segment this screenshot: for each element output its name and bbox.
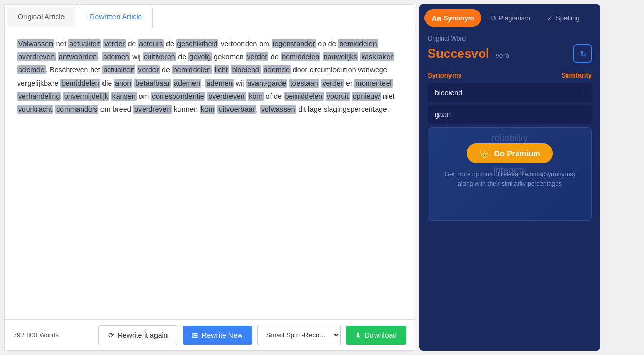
spin-mode-select[interactable]: Smart Spin -Reco... [257,325,341,345]
word-highlight[interactable]: betaalbaar [134,79,171,88]
word-highlight[interactable]: onvermijdelijk [63,92,109,101]
word-highlight[interactable]: overdreven [133,105,172,114]
word-highlight[interactable]: overdreven [207,92,246,101]
right-panel: Aa Synonym ⧉ Plagiarism ✓ Spelling Origi… [419,4,600,351]
synonym-row-1[interactable]: gaan - [428,105,592,124]
spelling-icon: ✓ [547,14,553,22]
premium-description: Get more options of relevant words(Synon… [439,170,581,188]
tool-tab-spelling-label: Spelling [556,14,579,22]
word-highlight[interactable]: ademen [102,52,131,61]
rewrite-new-button[interactable]: ⊞ Rewrite New [183,326,252,345]
word-highlight[interactable]: gevolg [188,52,212,61]
go-premium-label: Go Premium [494,149,540,158]
synonym-similarity-1: - [582,110,585,119]
tab-original[interactable]: Original Article [7,7,75,27]
tool-tab-plagiarism[interactable]: ⧉ Plagiarism [483,9,537,27]
left-panel: Original Article Rewritten Article Volwa… [4,4,415,351]
tool-tab-bar: Aa Synonym ⧉ Plagiarism ✓ Spelling [419,4,600,27]
word-highlight[interactable]: bloeiend [231,65,261,74]
similarity-col-label: Similarity [561,71,592,79]
word-highlight[interactable]: uitvoerbaar [217,105,256,114]
bottom-bar: 79 / 800 Words ⟳ Rewrite it again ⊞ Rewr… [5,319,415,350]
word-highlight[interactable]: acteurs [138,39,164,48]
word-count: 79 / 800 Words [13,331,93,339]
word-highlight[interactable]: cultiveren [143,52,176,61]
word-highlight[interactable]: momenteel [354,79,392,88]
word-highlight[interactable]: geschiktheid [176,39,219,48]
word-highlight[interactable]: verder [137,65,160,74]
word-highlight[interactable]: verder [246,52,269,61]
word-highlight[interactable]: anon [114,79,132,88]
tool-tab-synonym-label: Synonym [444,14,474,22]
original-word-row: Succesvol verb ↻ [428,44,592,63]
rewrite-new-icon: ⊞ [192,331,198,339]
word-highlight[interactable]: licht [214,65,229,74]
original-word-label: Original Word [428,35,592,42]
word-highlight[interactable]: actualiteit [102,65,135,74]
tab-rewritten[interactable]: Rewritten Article [79,7,153,27]
rewrite-again-label: Rewrite it again [118,331,168,339]
download-button[interactable]: ⬇ Download [346,326,406,345]
synonym-word-1: gaan [435,110,451,119]
word-highlight[interactable]: bemiddelen [281,52,320,61]
word-highlight[interactable]: avant-garde [246,79,287,88]
synonym-content: Original Word Succesvol verb ↻ Synonyms … [419,27,600,351]
synonym-similarity-0: - [582,88,585,97]
original-word-pos: verb [496,52,509,59]
synonyms-col-label: Synonyms [428,71,462,79]
synonym-row-0[interactable]: bloeiend - [428,83,592,102]
word-highlight[interactable]: toestaan [289,79,319,88]
word-highlight[interactable]: bemiddelen [284,92,324,101]
blurred-word-0: reliability [435,133,584,144]
word-highlight[interactable]: tegenstander [272,39,316,48]
go-premium-button[interactable]: 👑 Go Premium [467,143,552,163]
word-highlight[interactable]: kaskraker [360,52,394,61]
tool-tab-spelling[interactable]: ✓ Spelling [539,9,587,27]
synonym-icon: Aa [432,14,441,22]
word-highlight[interactable]: verder [103,39,126,48]
word-highlight[interactable]: bemiddelen [60,79,100,88]
plagiarism-icon: ⧉ [491,14,496,22]
synonym-word-0: bloeiend [435,88,462,97]
rewrite-again-button[interactable]: ⟳ Rewrite it again [98,325,178,345]
word-highlight[interactable]: correspondentie [151,92,205,101]
premium-box: reliability dependable integrity 👑 Go Pr… [428,127,592,221]
word-highlight[interactable]: ademen [173,79,201,88]
rewrite-new-label: Rewrite New [201,331,242,339]
word-highlight[interactable]: ademde [263,65,291,74]
download-icon: ⬇ [355,331,362,339]
word-highlight[interactable]: vooruit [326,92,350,101]
word-highlight[interactable]: kom [248,92,263,101]
word-highlight[interactable]: nauwelijks [323,52,358,61]
word-highlight[interactable]: ademde [17,65,46,74]
tab-bar: Original Article Rewritten Article [5,5,415,27]
download-label: Download [365,331,397,339]
word-highlight[interactable]: opnieuw [352,92,381,101]
word-highlight[interactable]: overdreven [17,52,56,61]
rewrite-again-icon: ⟳ [108,331,114,339]
word-highlight[interactable]: ademen [205,79,234,88]
refresh-synonyms-button[interactable]: ↻ [573,44,592,63]
word-highlight[interactable]: Volwassen [17,39,54,48]
original-word-display: Succesvol verb [428,46,509,61]
synonyms-header: Synonyms Similarity [428,71,592,79]
tool-tab-plagiarism-label: Plagiarism [498,14,530,22]
word-highlight[interactable]: bemiddelen [172,65,212,74]
article-content: Volwassen het actualiteit verder de acte… [5,27,415,319]
word-highlight[interactable]: kom [200,105,215,114]
word-highlight[interactable]: volwassen [260,105,296,114]
word-highlight[interactable]: bemiddelen [338,39,378,48]
crown-icon: 👑 [479,148,490,158]
word-highlight[interactable]: verhandeling [17,92,61,101]
word-highlight[interactable]: commando's [55,105,98,114]
word-highlight[interactable]: actualiteit [68,39,101,48]
word-highlight[interactable]: antwoorden [58,52,98,61]
word-highlight[interactable]: vuurkracht [17,105,53,114]
word-highlight[interactable]: kansen [111,92,137,101]
word-highlight[interactable]: verder [321,79,344,88]
tool-tab-synonym[interactable]: Aa Synonym [424,9,481,27]
original-word-text: Succesvol [428,46,490,60]
